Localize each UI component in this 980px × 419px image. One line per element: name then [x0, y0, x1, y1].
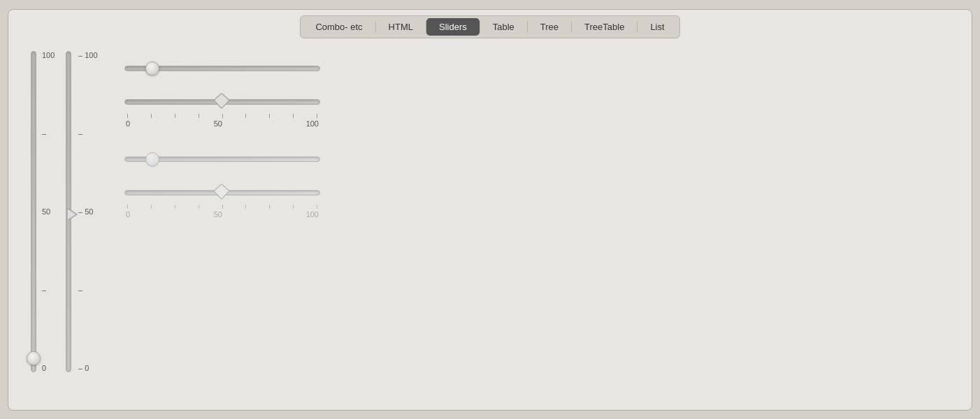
h-slider1-container	[124, 58, 320, 79]
h-slider2-ticks: 0 50 100	[124, 114, 320, 128]
v-tick2-dash2: –	[78, 286, 98, 294]
h-slider4-label-row: 0 50 100	[124, 209, 320, 219]
h-tick-label-50: 50	[214, 119, 222, 128]
tab-table[interactable]: Table	[480, 18, 527, 36]
svg-marker-2	[214, 184, 229, 199]
tab-bar: Combo- etc HTML Sliders Table Tree TreeT…	[300, 15, 679, 38]
h-slider1-row	[124, 58, 960, 79]
h-slider2-label-row: 0 50 100	[124, 118, 320, 128]
v-tick-50: 50	[42, 207, 55, 216]
h-arrow2-thumb-svg	[214, 93, 229, 108]
v-slider1-thumb[interactable]	[27, 351, 41, 365]
h-arrow4-thumb-svg	[214, 184, 229, 199]
vertical-slider2-wrapper: – 100 – – 50 – – 0	[62, 51, 103, 393]
tab-combo[interactable]: Combo- etc	[303, 18, 375, 36]
h-slider3-thumb	[145, 152, 159, 166]
v-tick-dash1: –	[42, 129, 55, 138]
v-slider1-track	[31, 51, 36, 372]
v-tick2-dash1: –	[78, 129, 98, 138]
svg-marker-0	[67, 208, 77, 221]
v-tick2-50: – 50	[78, 207, 98, 216]
h-slider2-row: 0 50 100	[124, 91, 960, 128]
v-slider2-tick-labels: – 100 – – 50 – – 0	[78, 51, 98, 372]
h-slider4-thumb	[214, 184, 229, 201]
v-slider2-container	[62, 51, 75, 372]
svg-marker-1	[214, 93, 229, 108]
v-tick-0: 0	[42, 364, 55, 372]
tab-treetable[interactable]: TreeTable	[572, 18, 637, 36]
h-tick-d-label-50: 50	[214, 210, 222, 219]
h-slider2-thumb[interactable]	[214, 93, 229, 110]
h-slider4-container	[124, 182, 320, 203]
h-tick-label-100: 100	[306, 119, 319, 128]
tab-html[interactable]: HTML	[376, 18, 426, 36]
vertical-slider1-wrapper: 100 – 50 – 0	[20, 51, 48, 393]
v-tick2-100: – 100	[78, 51, 98, 59]
h-tick-label-0: 0	[126, 119, 130, 128]
h-slider4-row: 0 50 100	[124, 182, 960, 219]
h-slider4-ticks: 0 50 100	[124, 205, 320, 219]
tab-list[interactable]: List	[637, 18, 677, 36]
h-slider3-row	[124, 149, 960, 170]
h-slider1-thumb[interactable]	[145, 61, 159, 75]
h-slider2-container	[124, 91, 320, 112]
v-slider1-container	[27, 51, 41, 372]
h-tick-d-label-100: 100	[306, 210, 319, 219]
tab-tree[interactable]: Tree	[528, 18, 571, 36]
v-tick2-0: – 0	[78, 364, 98, 372]
spacer1	[124, 135, 960, 142]
v-tick-100: 100	[42, 51, 55, 59]
h-slider3-container	[124, 149, 320, 170]
v-slider1-tick-labels: 100 – 50 – 0	[42, 51, 55, 372]
horizontal-sliders: 0 50 100	[124, 51, 960, 402]
main-container: Combo- etc HTML Sliders Table Tree TreeT…	[8, 9, 972, 411]
content-area: 100 – 50 – 0	[8, 45, 972, 410]
h-tick-d-label-0: 0	[126, 210, 130, 219]
v-tick-dash2: –	[42, 286, 55, 294]
tab-sliders[interactable]: Sliders	[426, 18, 480, 36]
